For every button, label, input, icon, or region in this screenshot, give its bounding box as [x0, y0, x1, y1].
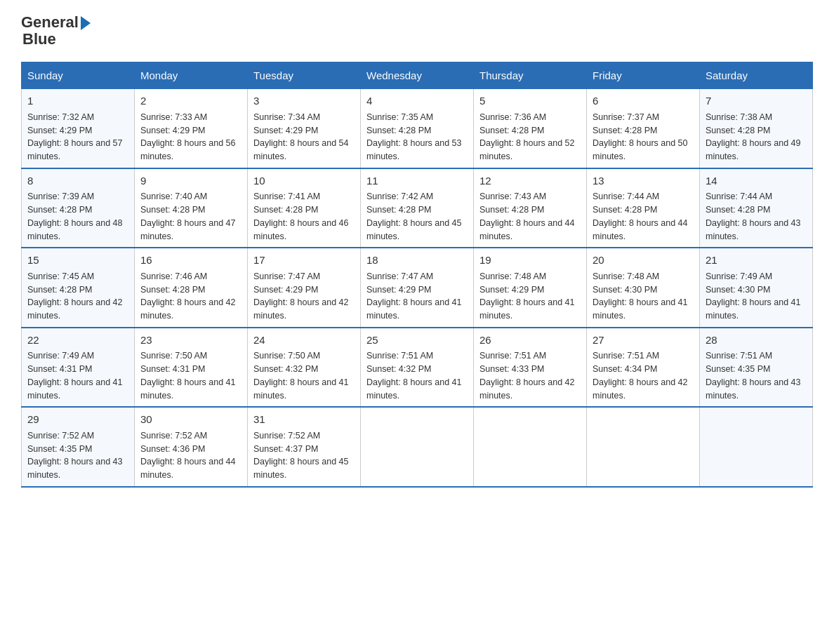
sunrise-text: Sunrise: 7:50 AM — [140, 351, 207, 361]
calendar-week-4: 22Sunrise: 7:49 AMSunset: 4:31 PMDayligh… — [22, 328, 813, 408]
daylight-text: Daylight: 8 hours and 45 minutes. — [253, 457, 349, 480]
sunset-text: Sunset: 4:30 PM — [593, 285, 657, 295]
sunrise-text: Sunrise: 7:44 AM — [706, 192, 772, 201]
sunrise-text: Sunrise: 7:46 AM — [140, 271, 207, 281]
sunrise-text: Sunrise: 7:51 AM — [593, 351, 659, 361]
daylight-text: Daylight: 8 hours and 41 minutes. — [479, 297, 575, 321]
sunset-text: Sunset: 4:28 PM — [27, 205, 92, 215]
day-number: 27 — [593, 333, 694, 349]
calendar-cell — [361, 407, 474, 487]
sunrise-text: Sunrise: 7:32 AM — [27, 112, 94, 122]
calendar-week-1: 1Sunrise: 7:32 AMSunset: 4:29 PMDaylight… — [22, 89, 813, 168]
day-number: 12 — [479, 173, 581, 189]
day-number: 2 — [140, 93, 241, 109]
calendar-week-5: 29Sunrise: 7:52 AMSunset: 4:35 PMDayligh… — [22, 407, 813, 487]
sunset-text: Sunset: 4:31 PM — [27, 364, 92, 374]
logo: General Blue — [21, 14, 91, 48]
header-saturday: Saturday — [700, 62, 813, 89]
day-number: 8 — [27, 173, 128, 189]
calendar-cell: 5Sunrise: 7:36 AMSunset: 4:28 PMDaylight… — [474, 89, 587, 168]
daylight-text: Daylight: 8 hours and 52 minutes. — [479, 138, 575, 161]
daylight-text: Daylight: 8 hours and 45 minutes. — [366, 218, 462, 241]
day-number: 26 — [479, 333, 581, 349]
calendar-cell: 25Sunrise: 7:51 AMSunset: 4:32 PMDayligh… — [361, 328, 474, 408]
sunset-text: Sunset: 4:28 PM — [27, 285, 92, 295]
daylight-text: Daylight: 8 hours and 44 minutes. — [479, 218, 575, 241]
daylight-text: Daylight: 8 hours and 41 minutes. — [140, 377, 236, 401]
day-number: 14 — [706, 173, 807, 189]
logo-arrow-icon — [81, 16, 91, 30]
calendar-cell: 30Sunrise: 7:52 AMSunset: 4:36 PMDayligh… — [135, 407, 248, 487]
sunset-text: Sunset: 4:28 PM — [593, 205, 657, 215]
sunset-text: Sunset: 4:29 PM — [366, 285, 431, 295]
sunset-text: Sunset: 4:28 PM — [253, 205, 318, 215]
calendar-cell: 18Sunrise: 7:47 AMSunset: 4:29 PMDayligh… — [361, 248, 474, 328]
sunset-text: Sunset: 4:35 PM — [27, 444, 92, 454]
sunset-text: Sunset: 4:28 PM — [706, 205, 770, 215]
calendar-cell: 1Sunrise: 7:32 AMSunset: 4:29 PMDaylight… — [22, 89, 135, 168]
calendar-cell — [700, 407, 813, 487]
sunrise-text: Sunrise: 7:52 AM — [140, 431, 207, 441]
calendar-cell: 13Sunrise: 7:44 AMSunset: 4:28 PMDayligh… — [587, 168, 700, 248]
sunrise-text: Sunrise: 7:37 AM — [593, 112, 659, 122]
sunset-text: Sunset: 4:28 PM — [706, 126, 770, 135]
calendar-cell: 29Sunrise: 7:52 AMSunset: 4:35 PMDayligh… — [22, 407, 135, 487]
daylight-text: Daylight: 8 hours and 43 minutes. — [27, 457, 123, 480]
sunrise-text: Sunrise: 7:51 AM — [706, 351, 772, 361]
sunset-text: Sunset: 4:31 PM — [140, 364, 205, 374]
daylight-text: Daylight: 8 hours and 42 minutes. — [593, 377, 688, 401]
day-number: 16 — [140, 253, 241, 269]
daylight-text: Daylight: 8 hours and 46 minutes. — [253, 218, 349, 241]
calendar-cell: 23Sunrise: 7:50 AMSunset: 4:31 PMDayligh… — [135, 328, 248, 408]
calendar-cell: 4Sunrise: 7:35 AMSunset: 4:28 PMDaylight… — [361, 89, 474, 168]
header-sunday: Sunday — [22, 62, 135, 89]
daylight-text: Daylight: 8 hours and 50 minutes. — [593, 138, 688, 161]
day-number: 18 — [366, 253, 468, 269]
calendar-cell: 20Sunrise: 7:48 AMSunset: 4:30 PMDayligh… — [587, 248, 700, 328]
sunrise-text: Sunrise: 7:48 AM — [593, 271, 659, 281]
sunrise-text: Sunrise: 7:35 AM — [366, 112, 433, 122]
day-number: 28 — [706, 333, 807, 349]
daylight-text: Daylight: 8 hours and 44 minutes. — [593, 218, 688, 241]
calendar-cell: 17Sunrise: 7:47 AMSunset: 4:29 PMDayligh… — [248, 248, 361, 328]
sunrise-text: Sunrise: 7:41 AM — [253, 192, 320, 201]
sunset-text: Sunset: 4:32 PM — [366, 364, 431, 374]
day-number: 25 — [366, 333, 468, 349]
sunset-text: Sunset: 4:29 PM — [27, 126, 92, 135]
calendar-cell: 9Sunrise: 7:40 AMSunset: 4:28 PMDaylight… — [135, 168, 248, 248]
header-tuesday: Tuesday — [248, 62, 361, 89]
sunrise-text: Sunrise: 7:49 AM — [27, 351, 94, 361]
sunset-text: Sunset: 4:28 PM — [140, 205, 205, 215]
daylight-text: Daylight: 8 hours and 54 minutes. — [253, 138, 349, 161]
calendar-week-3: 15Sunrise: 7:45 AMSunset: 4:28 PMDayligh… — [22, 248, 813, 328]
daylight-text: Daylight: 8 hours and 42 minutes. — [253, 297, 349, 321]
calendar-cell: 12Sunrise: 7:43 AMSunset: 4:28 PMDayligh… — [474, 168, 587, 248]
logo-text-blue: Blue — [22, 31, 56, 48]
day-number: 24 — [253, 333, 355, 349]
day-number: 11 — [366, 173, 468, 189]
day-number: 17 — [253, 253, 355, 269]
sunset-text: Sunset: 4:30 PM — [706, 285, 770, 295]
logo-text-general: General — [21, 14, 79, 31]
daylight-text: Daylight: 8 hours and 47 minutes. — [140, 218, 236, 241]
sunset-text: Sunset: 4:28 PM — [479, 205, 544, 215]
day-number: 9 — [140, 173, 241, 189]
sunrise-text: Sunrise: 7:47 AM — [253, 271, 320, 281]
sunrise-text: Sunrise: 7:39 AM — [27, 192, 94, 201]
sunset-text: Sunset: 4:28 PM — [366, 126, 431, 135]
sunrise-text: Sunrise: 7:43 AM — [479, 192, 546, 201]
day-number: 4 — [366, 93, 468, 109]
sunset-text: Sunset: 4:32 PM — [253, 364, 318, 374]
day-number: 3 — [253, 93, 355, 109]
daylight-text: Daylight: 8 hours and 41 minutes. — [706, 297, 801, 321]
day-number: 5 — [479, 93, 581, 109]
sunrise-text: Sunrise: 7:33 AM — [140, 112, 207, 122]
sunset-text: Sunset: 4:29 PM — [253, 126, 318, 135]
sunset-text: Sunset: 4:28 PM — [366, 205, 431, 215]
sunrise-text: Sunrise: 7:45 AM — [27, 271, 94, 281]
sunset-text: Sunset: 4:34 PM — [593, 364, 657, 374]
sunrise-text: Sunrise: 7:51 AM — [479, 351, 546, 361]
page-header: General Blue — [21, 14, 813, 48]
header-wednesday: Wednesday — [361, 62, 474, 89]
daylight-text: Daylight: 8 hours and 53 minutes. — [366, 138, 462, 161]
